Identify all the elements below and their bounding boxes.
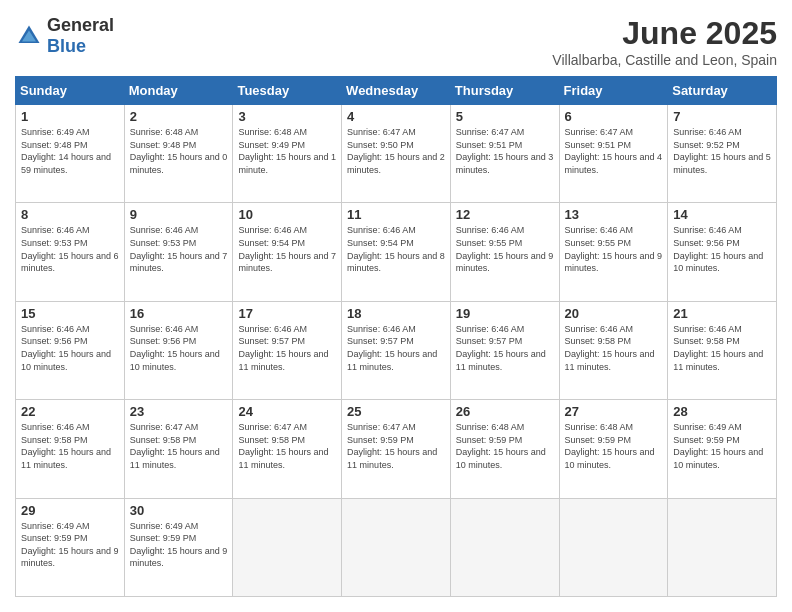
calendar-week-4: 22Sunrise: 6:46 AMSunset: 9:58 PMDayligh… — [16, 400, 777, 498]
day-info: Sunrise: 6:46 AMSunset: 9:57 PMDaylight:… — [456, 323, 554, 373]
calendar-cell — [559, 498, 668, 596]
day-info: Sunrise: 6:46 AMSunset: 9:55 PMDaylight:… — [565, 224, 663, 274]
day-info: Sunrise: 6:49 AMSunset: 9:59 PMDaylight:… — [673, 421, 771, 471]
header: General Blue June 2025 Villalbarba, Cast… — [15, 15, 777, 68]
day-number: 18 — [347, 306, 445, 321]
day-number: 15 — [21, 306, 119, 321]
calendar-cell — [233, 498, 342, 596]
main-title: June 2025 — [552, 15, 777, 52]
day-number: 30 — [130, 503, 228, 518]
calendar-cell: 28Sunrise: 6:49 AMSunset: 9:59 PMDayligh… — [668, 400, 777, 498]
day-number: 13 — [565, 207, 663, 222]
day-info: Sunrise: 6:47 AMSunset: 9:58 PMDaylight:… — [130, 421, 228, 471]
day-number: 27 — [565, 404, 663, 419]
day-info: Sunrise: 6:46 AMSunset: 9:53 PMDaylight:… — [21, 224, 119, 274]
calendar-cell — [450, 498, 559, 596]
day-info: Sunrise: 6:46 AMSunset: 9:56 PMDaylight:… — [130, 323, 228, 373]
day-number: 29 — [21, 503, 119, 518]
day-number: 9 — [130, 207, 228, 222]
calendar-cell: 30Sunrise: 6:49 AMSunset: 9:59 PMDayligh… — [124, 498, 233, 596]
calendar-cell: 19Sunrise: 6:46 AMSunset: 9:57 PMDayligh… — [450, 301, 559, 399]
calendar-cell: 4Sunrise: 6:47 AMSunset: 9:50 PMDaylight… — [342, 105, 451, 203]
calendar-cell: 7Sunrise: 6:46 AMSunset: 9:52 PMDaylight… — [668, 105, 777, 203]
calendar-cell: 11Sunrise: 6:46 AMSunset: 9:54 PMDayligh… — [342, 203, 451, 301]
logo-general: General — [47, 15, 114, 35]
day-info: Sunrise: 6:49 AMSunset: 9:59 PMDaylight:… — [130, 520, 228, 570]
day-number: 7 — [673, 109, 771, 124]
calendar-cell: 8Sunrise: 6:46 AMSunset: 9:53 PMDaylight… — [16, 203, 125, 301]
day-number: 6 — [565, 109, 663, 124]
title-section: June 2025 Villalbarba, Castille and Leon… — [552, 15, 777, 68]
col-sunday: Sunday — [16, 77, 125, 105]
day-info: Sunrise: 6:48 AMSunset: 9:59 PMDaylight:… — [565, 421, 663, 471]
calendar-cell: 26Sunrise: 6:48 AMSunset: 9:59 PMDayligh… — [450, 400, 559, 498]
day-info: Sunrise: 6:48 AMSunset: 9:48 PMDaylight:… — [130, 126, 228, 176]
calendar-cell: 2Sunrise: 6:48 AMSunset: 9:48 PMDaylight… — [124, 105, 233, 203]
calendar-cell: 22Sunrise: 6:46 AMSunset: 9:58 PMDayligh… — [16, 400, 125, 498]
col-tuesday: Tuesday — [233, 77, 342, 105]
calendar-cell: 14Sunrise: 6:46 AMSunset: 9:56 PMDayligh… — [668, 203, 777, 301]
col-friday: Friday — [559, 77, 668, 105]
calendar-cell: 21Sunrise: 6:46 AMSunset: 9:58 PMDayligh… — [668, 301, 777, 399]
col-monday: Monday — [124, 77, 233, 105]
day-number: 4 — [347, 109, 445, 124]
day-info: Sunrise: 6:49 AMSunset: 9:59 PMDaylight:… — [21, 520, 119, 570]
calendar-cell: 1Sunrise: 6:49 AMSunset: 9:48 PMDaylight… — [16, 105, 125, 203]
calendar-week-5: 29Sunrise: 6:49 AMSunset: 9:59 PMDayligh… — [16, 498, 777, 596]
day-number: 23 — [130, 404, 228, 419]
calendar-cell: 10Sunrise: 6:46 AMSunset: 9:54 PMDayligh… — [233, 203, 342, 301]
day-info: Sunrise: 6:46 AMSunset: 9:56 PMDaylight:… — [673, 224, 771, 274]
col-thursday: Thursday — [450, 77, 559, 105]
day-info: Sunrise: 6:47 AMSunset: 9:51 PMDaylight:… — [565, 126, 663, 176]
day-number: 14 — [673, 207, 771, 222]
calendar-cell: 23Sunrise: 6:47 AMSunset: 9:58 PMDayligh… — [124, 400, 233, 498]
day-info: Sunrise: 6:47 AMSunset: 9:50 PMDaylight:… — [347, 126, 445, 176]
calendar-week-2: 8Sunrise: 6:46 AMSunset: 9:53 PMDaylight… — [16, 203, 777, 301]
day-number: 1 — [21, 109, 119, 124]
calendar-week-3: 15Sunrise: 6:46 AMSunset: 9:56 PMDayligh… — [16, 301, 777, 399]
day-number: 2 — [130, 109, 228, 124]
calendar-cell: 20Sunrise: 6:46 AMSunset: 9:58 PMDayligh… — [559, 301, 668, 399]
day-number: 19 — [456, 306, 554, 321]
calendar-cell: 17Sunrise: 6:46 AMSunset: 9:57 PMDayligh… — [233, 301, 342, 399]
day-info: Sunrise: 6:46 AMSunset: 9:55 PMDaylight:… — [456, 224, 554, 274]
subtitle: Villalbarba, Castille and Leon, Spain — [552, 52, 777, 68]
day-number: 10 — [238, 207, 336, 222]
day-info: Sunrise: 6:46 AMSunset: 9:58 PMDaylight:… — [565, 323, 663, 373]
calendar-header: Sunday Monday Tuesday Wednesday Thursday… — [16, 77, 777, 105]
day-number: 17 — [238, 306, 336, 321]
calendar-cell: 6Sunrise: 6:47 AMSunset: 9:51 PMDaylight… — [559, 105, 668, 203]
day-number: 11 — [347, 207, 445, 222]
day-number: 20 — [565, 306, 663, 321]
calendar-cell: 12Sunrise: 6:46 AMSunset: 9:55 PMDayligh… — [450, 203, 559, 301]
calendar-cell: 27Sunrise: 6:48 AMSunset: 9:59 PMDayligh… — [559, 400, 668, 498]
calendar-cell: 25Sunrise: 6:47 AMSunset: 9:59 PMDayligh… — [342, 400, 451, 498]
logo-text: General Blue — [47, 15, 114, 57]
calendar-table: Sunday Monday Tuesday Wednesday Thursday… — [15, 76, 777, 597]
day-info: Sunrise: 6:49 AMSunset: 9:48 PMDaylight:… — [21, 126, 119, 176]
day-number: 24 — [238, 404, 336, 419]
day-number: 21 — [673, 306, 771, 321]
calendar-body: 1Sunrise: 6:49 AMSunset: 9:48 PMDaylight… — [16, 105, 777, 597]
page: General Blue June 2025 Villalbarba, Cast… — [0, 0, 792, 612]
calendar-cell: 13Sunrise: 6:46 AMSunset: 9:55 PMDayligh… — [559, 203, 668, 301]
day-number: 25 — [347, 404, 445, 419]
day-number: 12 — [456, 207, 554, 222]
day-info: Sunrise: 6:47 AMSunset: 9:58 PMDaylight:… — [238, 421, 336, 471]
day-number: 26 — [456, 404, 554, 419]
day-number: 16 — [130, 306, 228, 321]
logo: General Blue — [15, 15, 114, 57]
day-number: 8 — [21, 207, 119, 222]
day-info: Sunrise: 6:46 AMSunset: 9:53 PMDaylight:… — [130, 224, 228, 274]
calendar-cell: 18Sunrise: 6:46 AMSunset: 9:57 PMDayligh… — [342, 301, 451, 399]
day-info: Sunrise: 6:48 AMSunset: 9:59 PMDaylight:… — [456, 421, 554, 471]
day-info: Sunrise: 6:46 AMSunset: 9:56 PMDaylight:… — [21, 323, 119, 373]
calendar-cell: 24Sunrise: 6:47 AMSunset: 9:58 PMDayligh… — [233, 400, 342, 498]
day-info: Sunrise: 6:46 AMSunset: 9:57 PMDaylight:… — [347, 323, 445, 373]
day-number: 3 — [238, 109, 336, 124]
logo-icon — [15, 22, 43, 50]
calendar-cell: 29Sunrise: 6:49 AMSunset: 9:59 PMDayligh… — [16, 498, 125, 596]
calendar-cell: 15Sunrise: 6:46 AMSunset: 9:56 PMDayligh… — [16, 301, 125, 399]
day-info: Sunrise: 6:46 AMSunset: 9:58 PMDaylight:… — [673, 323, 771, 373]
calendar-cell: 16Sunrise: 6:46 AMSunset: 9:56 PMDayligh… — [124, 301, 233, 399]
